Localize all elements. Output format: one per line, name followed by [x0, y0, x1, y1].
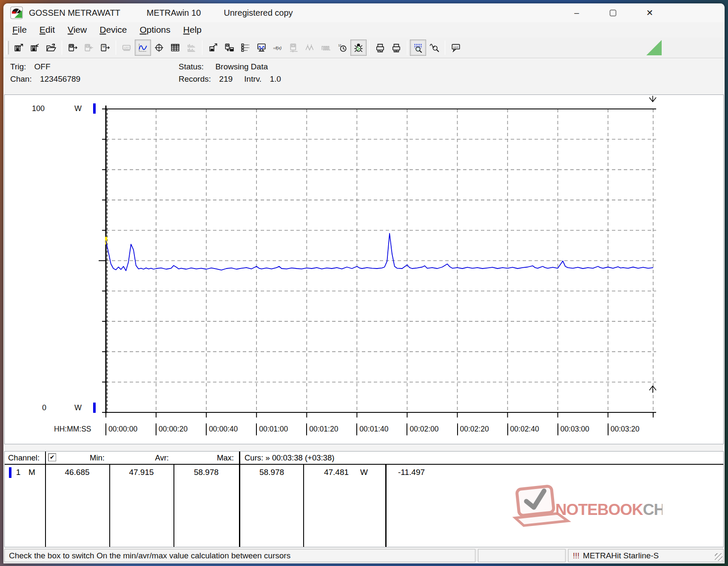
- waveform-plot[interactable]: [5, 95, 723, 444]
- statusbar-empty-panel: [478, 549, 566, 562]
- channel-color-marker: [9, 467, 11, 478]
- record-data-button[interactable]: [221, 40, 237, 56]
- status-readout: Status: Browsing Data: [179, 62, 268, 71]
- records-value: 219: [219, 74, 233, 83]
- svg-text:M: M: [102, 45, 105, 49]
- records-readout: Records: 219 Intrv. 1.0: [179, 74, 281, 84]
- device-name: METRAHit Starline-S: [583, 551, 659, 560]
- x-tick-label: 00:01:00: [256, 423, 288, 435]
- toolbar-separator: [407, 40, 407, 55]
- interval-value: 1.0: [270, 74, 281, 83]
- write-device-icon: 321: [84, 43, 94, 53]
- status-label: Status:: [179, 62, 204, 71]
- trigger-value: OFF: [34, 62, 51, 71]
- menu-file[interactable]: File: [6, 23, 33, 36]
- histogram-icon: [186, 43, 196, 53]
- export-data-button[interactable]: [205, 40, 221, 56]
- channel-value: 123456789: [40, 74, 80, 83]
- menu-device[interactable]: Device: [93, 23, 133, 36]
- x-tick-label: 00:02:40: [507, 423, 539, 435]
- app-icon: [10, 6, 23, 19]
- interval-label: Intrv.: [244, 74, 262, 83]
- resize-grip[interactable]: [715, 553, 722, 561]
- toolbar: 321 321 M 1257: [3, 37, 725, 58]
- status-bar: Check the box to switch On the min/avr/m…: [3, 548, 725, 563]
- debug-mode-button[interactable]: [350, 40, 367, 56]
- notes-button[interactable]: 1/2/3: [448, 40, 464, 56]
- menu-edit[interactable]: Edit: [33, 23, 61, 36]
- export-data-icon: [208, 43, 218, 53]
- cursor-unit: W: [360, 468, 377, 477]
- xy-crosshair-icon: [154, 43, 164, 53]
- x-tick-label: 00:00:40: [206, 423, 238, 435]
- save-import-button[interactable]: [27, 40, 43, 56]
- x-tick-label: 00:01:40: [356, 423, 388, 435]
- x-tick-label: 00:00:20: [156, 423, 188, 435]
- menu-help[interactable]: Help: [177, 23, 208, 36]
- menu-options[interactable]: Options: [133, 23, 176, 36]
- histogram-view-button: [183, 40, 199, 56]
- avr-value: 47.915: [109, 468, 173, 477]
- statusbar-message: Check the box to switch On the min/avr/m…: [9, 551, 290, 560]
- print-chart-button[interactable]: [372, 40, 388, 56]
- header-cursor: Curs: » 00:03:38 (+03:38): [245, 453, 334, 463]
- toolbar-separator: [369, 40, 370, 55]
- toolbar-grip[interactable]: [6, 41, 9, 54]
- header-channel: Channel:: [8, 453, 40, 463]
- statusbar-device-panel: !!! METRAHit Starline-S: [568, 549, 724, 562]
- time-settings-button[interactable]: 12: [334, 40, 350, 56]
- write-device-button: 321: [81, 40, 97, 56]
- maximize-button[interactable]: [603, 3, 623, 22]
- cursor2-top-handle: [649, 96, 656, 102]
- record-data-icon: [224, 43, 234, 53]
- pulse-train-icon: [321, 43, 331, 53]
- chart-panel: 100 W 0 W HH:MM:SS 00:00:0000:00:2000:00…: [4, 94, 724, 444]
- title-bar: GOSSEN METRAWATT METRAwin 10 Unregistere…: [3, 3, 725, 22]
- pulse-settings-button: [318, 40, 334, 56]
- table-header: Channel: ✔ Min: Avr: Max: Curs: » 00:03:…: [5, 452, 723, 465]
- table-view-button[interactable]: [167, 40, 183, 56]
- status-value: Browsing Data: [215, 62, 268, 71]
- channel-number: 1: [14, 468, 23, 477]
- min-value: 46.685: [45, 468, 109, 477]
- records-label: Records:: [179, 74, 211, 84]
- svg-text:1/2/3: 1/2/3: [453, 46, 458, 49]
- x-tick-label: 00:00:00: [105, 423, 137, 435]
- yt-chart-view-button[interactable]: [135, 40, 151, 56]
- xy-chart-view-button[interactable]: [151, 40, 167, 56]
- device-alert-prefix: !!!: [573, 551, 580, 560]
- svg-text:321: 321: [86, 45, 90, 47]
- close-button[interactable]: ✕: [640, 3, 660, 22]
- zoom-cursor-button[interactable]: [426, 40, 442, 56]
- x-axis-labels: HH:MM:SS 00:00:0000:00:2000:00:4000:01:0…: [5, 423, 723, 436]
- channel-setup-button[interactable]: [237, 40, 253, 56]
- acquisition-info: Trig: OFF Chan: 123456789 Status: Browsi…: [3, 59, 725, 91]
- header-min: Min:: [46, 453, 105, 463]
- x-tick-label: 00:02:00: [407, 423, 438, 435]
- table-row-channel-1: 1 M 46.685 47.915 58.978 58.978 47.481 W…: [5, 466, 723, 480]
- read-memory-button[interactable]: M: [97, 40, 113, 56]
- read-device-button[interactable]: 321: [65, 40, 81, 56]
- save-import-icon: [30, 43, 40, 53]
- x-tick-label: 00:03:20: [608, 423, 640, 435]
- title-brand: GOSSEN METRAWATT: [29, 8, 120, 18]
- zoom-signal-icon: [413, 43, 423, 53]
- table-grid-icon: [170, 43, 180, 53]
- zoom-signal-button[interactable]: [410, 40, 426, 56]
- menu-view[interactable]: View: [61, 23, 93, 36]
- bug-icon: [353, 43, 364, 53]
- minimize-button[interactable]: –: [567, 3, 586, 22]
- device-settings-icon: 321: [289, 43, 299, 53]
- online-monitor-button[interactable]: [253, 40, 270, 56]
- speech-bubble-icon: 1/2/3: [451, 43, 461, 53]
- toolbar-separator: [445, 40, 445, 55]
- svg-text:321: 321: [292, 45, 295, 47]
- read-device-icon: 321: [68, 43, 78, 53]
- statusbar-message-panel: Check the box to switch On the min/avr/m…: [4, 549, 475, 562]
- save-export-button[interactable]: [11, 40, 27, 56]
- formula-button[interactable]: =f(x): [270, 40, 286, 56]
- svg-text:12: 12: [338, 44, 341, 47]
- statistics-table: Channel: ✔ Min: Avr: Max: Curs: » 00:03:…: [4, 451, 724, 547]
- print-report-button[interactable]: [388, 40, 404, 56]
- open-file-button[interactable]: [43, 40, 59, 56]
